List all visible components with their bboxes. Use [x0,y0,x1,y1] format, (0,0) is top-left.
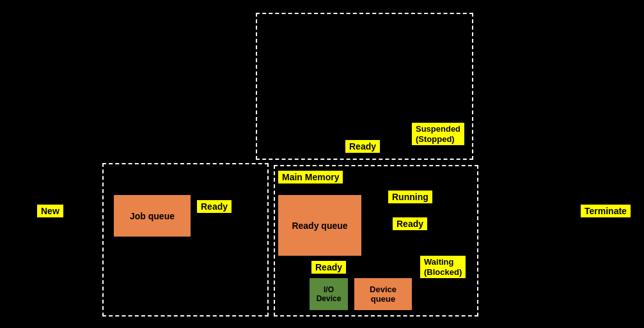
device-queue-box: Device queue [354,278,412,310]
ready-queue-label: Ready queue [292,221,347,231]
terminate-label: Terminate [581,205,631,217]
job-queue-region [102,163,269,316]
device-queue-label: Device queue [370,285,397,304]
io-device-label: I/O Device [317,285,342,303]
job-queue-label: Job queue [130,211,175,221]
ready-queue-box: Ready queue [278,195,361,256]
ready-label-top: Ready [345,140,380,153]
waiting-label: Waiting (Blocked) [420,256,466,278]
io-device-box: I/O Device [310,278,348,310]
ready-label-left: Ready [197,200,232,213]
new-label: New [37,205,63,217]
running-label: Running [388,191,432,203]
ready-label-bottom: Ready [311,261,346,274]
main-memory-label: Main Memory [278,171,343,184]
ready-label-mid: Ready [393,217,427,230]
job-queue-box: Job queue [114,195,191,237]
suspended-label: Suspended (Stopped) [412,123,464,145]
